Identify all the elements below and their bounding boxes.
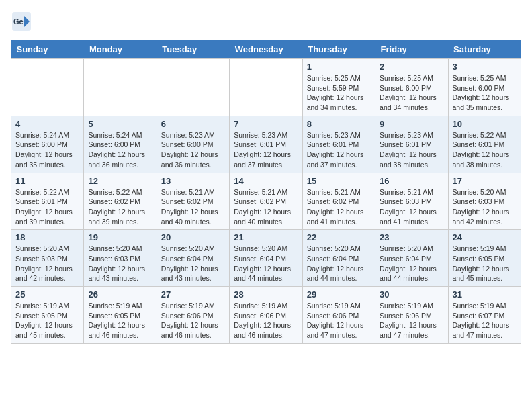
calendar-cell: 22Sunrise: 5:20 AMSunset: 6:04 PMDayligh… [302, 230, 375, 287]
calendar-cell: 6Sunrise: 5:23 AMSunset: 6:00 PMDaylight… [157, 116, 229, 173]
day-number: 9 [380, 119, 443, 129]
calendar-cell: 14Sunrise: 5:21 AMSunset: 6:02 PMDayligh… [230, 173, 302, 230]
logo-icon: Gen [11, 11, 32, 32]
day-number: 1 [307, 62, 371, 72]
weekday-header-wednesday: Wednesday [230, 40, 302, 59]
day-info: Sunrise: 5:24 AMSunset: 6:00 PMDaylight:… [15, 130, 79, 170]
calendar-cell: 21Sunrise: 5:20 AMSunset: 6:04 PMDayligh… [230, 230, 302, 287]
calendar-cell: 24Sunrise: 5:19 AMSunset: 6:05 PMDayligh… [448, 230, 521, 287]
header: Gen [11, 11, 521, 32]
calendar-cell: 31Sunrise: 5:19 AMSunset: 6:07 PMDayligh… [448, 287, 521, 344]
day-number: 16 [380, 176, 443, 186]
calendar-cell [11, 59, 84, 116]
calendar-cell: 29Sunrise: 5:19 AMSunset: 6:06 PMDayligh… [302, 287, 375, 344]
calendar-week-3: 11Sunrise: 5:22 AMSunset: 6:01 PMDayligh… [11, 173, 521, 230]
day-info: Sunrise: 5:19 AMSunset: 6:05 PMDaylight:… [88, 301, 152, 340]
calendar-cell: 5Sunrise: 5:24 AMSunset: 6:00 PMDaylight… [84, 116, 157, 173]
day-number: 5 [88, 119, 152, 129]
day-info: Sunrise: 5:21 AMSunset: 6:02 PMDaylight:… [307, 187, 371, 227]
day-number: 31 [453, 289, 517, 300]
weekday-header-sunday: Sunday [11, 40, 84, 59]
calendar-cell [157, 59, 229, 116]
calendar-week-2: 4Sunrise: 5:24 AMSunset: 6:00 PMDaylight… [11, 116, 521, 173]
calendar-cell: 26Sunrise: 5:19 AMSunset: 6:05 PMDayligh… [84, 287, 157, 344]
calendar-cell: 10Sunrise: 5:22 AMSunset: 6:01 PMDayligh… [448, 116, 521, 173]
calendar-cell: 8Sunrise: 5:23 AMSunset: 6:01 PMDaylight… [302, 116, 375, 173]
weekday-header-monday: Monday [84, 40, 157, 59]
weekday-header-saturday: Saturday [448, 40, 521, 59]
day-number: 18 [15, 232, 79, 242]
calendar-table: SundayMondayTuesdayWednesdayThursdayFrid… [11, 40, 521, 344]
weekday-header-thursday: Thursday [302, 40, 375, 59]
calendar-cell: 11Sunrise: 5:22 AMSunset: 6:01 PMDayligh… [11, 173, 84, 230]
day-number: 15 [307, 176, 371, 186]
weekday-header-friday: Friday [375, 40, 448, 59]
calendar-cell: 28Sunrise: 5:19 AMSunset: 6:06 PMDayligh… [230, 287, 302, 344]
calendar-week-1: 1Sunrise: 5:25 AMSunset: 5:59 PMDaylight… [11, 59, 521, 116]
day-info: Sunrise: 5:20 AMSunset: 6:03 PMDaylight:… [88, 244, 152, 283]
day-info: Sunrise: 5:24 AMSunset: 6:00 PMDaylight:… [88, 130, 152, 170]
day-number: 6 [161, 119, 225, 129]
day-info: Sunrise: 5:22 AMSunset: 6:01 PMDaylight:… [15, 187, 79, 227]
day-number: 21 [234, 232, 298, 242]
day-info: Sunrise: 5:25 AMSunset: 6:00 PMDaylight:… [453, 73, 517, 113]
logo: Gen [11, 11, 32, 32]
day-info: Sunrise: 5:19 AMSunset: 6:06 PMDaylight:… [307, 301, 371, 340]
day-number: 23 [380, 232, 443, 242]
day-number: 24 [453, 232, 517, 242]
day-number: 10 [453, 119, 517, 129]
calendar-cell: 2Sunrise: 5:25 AMSunset: 6:00 PMDaylight… [375, 59, 448, 116]
day-info: Sunrise: 5:25 AMSunset: 6:00 PMDaylight:… [380, 73, 443, 113]
calendar-cell: 18Sunrise: 5:20 AMSunset: 6:03 PMDayligh… [11, 230, 84, 287]
day-info: Sunrise: 5:19 AMSunset: 6:06 PMDaylight:… [161, 301, 225, 340]
day-number: 27 [161, 289, 225, 300]
day-number: 25 [15, 289, 79, 300]
day-info: Sunrise: 5:25 AMSunset: 5:59 PMDaylight:… [307, 73, 371, 113]
day-info: Sunrise: 5:20 AMSunset: 6:04 PMDaylight:… [307, 244, 371, 283]
day-info: Sunrise: 5:19 AMSunset: 6:06 PMDaylight:… [234, 301, 298, 340]
day-info: Sunrise: 5:23 AMSunset: 6:01 PMDaylight:… [380, 130, 443, 170]
day-info: Sunrise: 5:21 AMSunset: 6:02 PMDaylight:… [161, 187, 225, 227]
calendar-cell: 17Sunrise: 5:20 AMSunset: 6:03 PMDayligh… [448, 173, 521, 230]
day-info: Sunrise: 5:21 AMSunset: 6:03 PMDaylight:… [380, 187, 443, 227]
day-info: Sunrise: 5:20 AMSunset: 6:03 PMDaylight:… [453, 187, 517, 227]
day-number: 12 [88, 176, 152, 186]
calendar-week-4: 18Sunrise: 5:20 AMSunset: 6:03 PMDayligh… [11, 230, 521, 287]
day-info: Sunrise: 5:22 AMSunset: 6:01 PMDaylight:… [453, 130, 517, 170]
day-number: 3 [453, 62, 517, 72]
calendar-cell: 15Sunrise: 5:21 AMSunset: 6:02 PMDayligh… [302, 173, 375, 230]
day-info: Sunrise: 5:20 AMSunset: 6:04 PMDaylight:… [380, 244, 443, 283]
calendar-cell [230, 59, 302, 116]
day-number: 8 [307, 119, 371, 129]
calendar-cell: 9Sunrise: 5:23 AMSunset: 6:01 PMDaylight… [375, 116, 448, 173]
calendar-cell: 12Sunrise: 5:22 AMSunset: 6:02 PMDayligh… [84, 173, 157, 230]
calendar-week-5: 25Sunrise: 5:19 AMSunset: 6:05 PMDayligh… [11, 287, 521, 344]
day-number: 7 [234, 119, 298, 129]
day-number: 14 [234, 176, 298, 186]
calendar-cell: 25Sunrise: 5:19 AMSunset: 6:05 PMDayligh… [11, 287, 84, 344]
day-number: 20 [161, 232, 225, 242]
day-info: Sunrise: 5:19 AMSunset: 6:05 PMDaylight:… [453, 244, 517, 283]
day-number: 11 [15, 176, 79, 186]
day-number: 30 [380, 289, 443, 300]
day-info: Sunrise: 5:19 AMSunset: 6:07 PMDaylight:… [453, 301, 517, 340]
day-info: Sunrise: 5:20 AMSunset: 6:04 PMDaylight:… [234, 244, 298, 283]
calendar-cell: 7Sunrise: 5:23 AMSunset: 6:01 PMDaylight… [230, 116, 302, 173]
day-number: 4 [15, 119, 79, 129]
day-number: 29 [307, 289, 371, 300]
calendar-cell: 13Sunrise: 5:21 AMSunset: 6:02 PMDayligh… [157, 173, 229, 230]
calendar-cell: 19Sunrise: 5:20 AMSunset: 6:03 PMDayligh… [84, 230, 157, 287]
calendar-cell: 20Sunrise: 5:20 AMSunset: 6:04 PMDayligh… [157, 230, 229, 287]
day-number: 22 [307, 232, 371, 242]
calendar-cell: 23Sunrise: 5:20 AMSunset: 6:04 PMDayligh… [375, 230, 448, 287]
calendar-cell: 3Sunrise: 5:25 AMSunset: 6:00 PMDaylight… [448, 59, 521, 116]
day-number: 19 [88, 232, 152, 242]
calendar-cell: 1Sunrise: 5:25 AMSunset: 5:59 PMDaylight… [302, 59, 375, 116]
day-info: Sunrise: 5:23 AMSunset: 6:00 PMDaylight:… [161, 130, 225, 170]
calendar-cell: 16Sunrise: 5:21 AMSunset: 6:03 PMDayligh… [375, 173, 448, 230]
day-info: Sunrise: 5:20 AMSunset: 6:03 PMDaylight:… [15, 244, 79, 283]
calendar-cell: 27Sunrise: 5:19 AMSunset: 6:06 PMDayligh… [157, 287, 229, 344]
day-number: 26 [88, 289, 152, 300]
day-number: 13 [161, 176, 225, 186]
day-number: 2 [380, 62, 443, 72]
